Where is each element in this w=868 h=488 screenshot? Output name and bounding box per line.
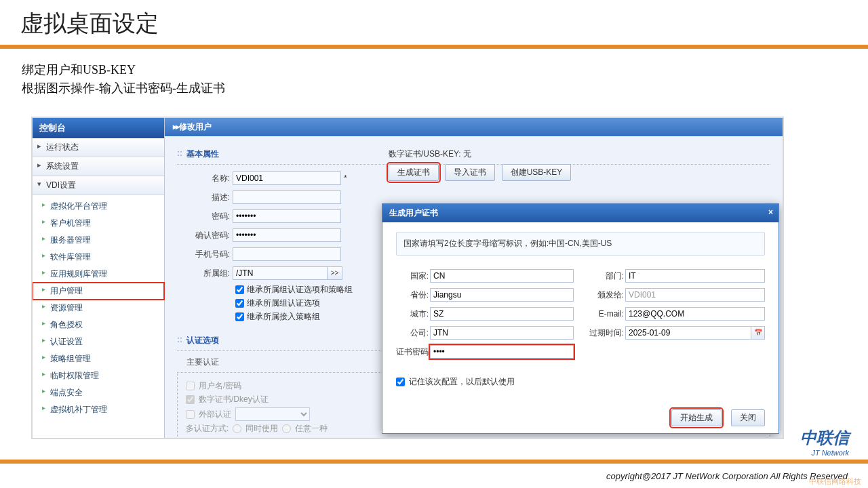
label-pwd: 密码: <box>177 211 233 222</box>
chk-remember[interactable] <box>396 378 405 386</box>
radio-both <box>233 424 241 433</box>
input-pwd2[interactable] <box>233 228 341 242</box>
input-name[interactable] <box>233 171 341 185</box>
lbl-email: E-mail: <box>587 309 625 319</box>
remember-label: 记住该次配置，以后默认使用 <box>409 376 515 388</box>
tree-item-softlib[interactable]: 软件库管理 <box>33 249 164 266</box>
tree-item-resource[interactable]: 资源管理 <box>33 300 164 317</box>
in-city[interactable] <box>430 307 574 321</box>
in-certpwd[interactable] <box>430 345 574 359</box>
create-usbkey-button[interactable]: 创建USB-KEY <box>502 164 572 181</box>
start-gen-button[interactable]: 开始生成 <box>671 409 722 426</box>
lbl-city: 城市: <box>396 308 430 320</box>
auth-opt-3: 外部认证 <box>199 409 231 420</box>
multi-auth-label: 多认证方式: <box>186 423 229 434</box>
tree-item-client[interactable]: 客户机管理 <box>33 215 164 232</box>
tree-item-role[interactable]: 角色授权 <box>33 317 164 333</box>
label-pwd2: 确认密码: <box>177 230 233 241</box>
dialog-hint: 国家请填写2位长度字母缩写标识，例如:中国-CN,美国-US <box>396 232 765 256</box>
tree-item-server[interactable]: 服务器管理 <box>33 232 164 249</box>
multi-opt-1: 同时使用 <box>245 423 278 434</box>
chk-inherit-3-label: 继承所属接入策略组 <box>247 311 320 323</box>
sidebar-tree: 虚拟化平台管理 客户机管理 服务器管理 软件库管理 应用规则库管理 用户管理 资… <box>33 195 164 438</box>
gen-cert-button[interactable]: 生成证书 <box>389 164 439 181</box>
cert-value: 无 <box>463 149 471 159</box>
logo-en: JT Network <box>800 449 849 457</box>
auth-opt-2: 数字证书/Dkey认证 <box>199 394 269 405</box>
multi-opt-2: 任意一种 <box>295 423 328 434</box>
input-group[interactable] <box>233 266 328 280</box>
in-email[interactable] <box>625 307 765 321</box>
chk-auth-ext <box>186 410 195 419</box>
cert-area: 数字证书/USB-KEY: 无 生成证书 导入证书 创建USB-KEY <box>389 148 575 181</box>
acc-vdi-settings[interactable]: VDI设置 <box>33 176 164 195</box>
close-button[interactable]: 关闭 <box>731 409 765 426</box>
gen-cert-dialog: 生成用户证书 × 国家请填写2位长度字母缩写标识，例如:中国-CN,美国-US … <box>382 203 779 434</box>
desc-line-2: 根据图示操作-输入证书密码-生成证书 <box>22 79 846 98</box>
chk-inherit-1-label: 继承所属组认证选项和策略组 <box>247 284 353 296</box>
lbl-country: 国家: <box>396 270 430 282</box>
logo-cn: 中联信 <box>800 427 849 449</box>
acc-running-status[interactable]: 运行状态 <box>33 138 164 157</box>
tree-item-user-mgmt[interactable]: 用户管理 <box>33 283 164 300</box>
label-phone: 手机号码: <box>177 249 233 260</box>
select-ext-auth <box>235 407 310 421</box>
tree-item-policy[interactable]: 策略组管理 <box>33 350 164 367</box>
lbl-certpwd: 证书密码: <box>396 346 430 358</box>
import-cert-button[interactable]: 导入证书 <box>445 164 495 181</box>
chk-auth-cert <box>186 395 195 404</box>
dialog-close-icon[interactable]: × <box>768 207 773 217</box>
auth-opt-1: 用户名/密码 <box>199 380 241 392</box>
desc-line-1: 绑定用户和USB-KEY <box>22 61 846 79</box>
main-panel: 修改用户 基本属性 名称: * 描述: 密码: 确认密码: <box>165 118 783 438</box>
lbl-expire: 过期时间: <box>587 327 625 339</box>
input-phone[interactable] <box>233 247 341 261</box>
tree-item-patch[interactable]: 虚拟机补丁管理 <box>33 401 164 418</box>
in-province[interactable] <box>430 288 574 302</box>
in-dept[interactable] <box>625 269 765 283</box>
label-name: 名称: <box>177 173 233 184</box>
input-pwd[interactable] <box>233 209 341 223</box>
lbl-company: 公司: <box>396 327 430 339</box>
calendar-icon[interactable]: 📅 <box>751 326 765 340</box>
group-browse-button[interactable]: >> <box>328 266 342 280</box>
slide-description: 绑定用户和USB-KEY 根据图示操作-输入证书密码-生成证书 <box>0 49 868 100</box>
logo: 中联信 JT Network <box>800 427 849 457</box>
main-header: 修改用户 <box>165 118 783 136</box>
chk-inherit-2-label: 继承所属组认证选项 <box>247 298 320 309</box>
tree-item-temp-perm[interactable]: 临时权限管理 <box>33 367 164 384</box>
tree-item-endpoint[interactable]: 端点安全 <box>33 384 164 401</box>
dialog-title: 生成用户证书 × <box>382 204 778 222</box>
lbl-dept: 部门: <box>587 270 625 282</box>
tree-item-rulelib[interactable]: 应用规则库管理 <box>33 266 164 283</box>
in-company[interactable] <box>430 326 574 340</box>
radio-any <box>282 424 291 433</box>
required-mark: * <box>344 174 347 183</box>
in-country[interactable] <box>430 269 574 283</box>
in-issued <box>625 288 765 302</box>
chk-inherit-2[interactable] <box>235 299 244 308</box>
cert-label: 数字证书/USB-KEY: <box>389 149 461 159</box>
sidebar-header: 控制台 <box>33 118 164 138</box>
chk-inherit-1[interactable] <box>235 285 244 294</box>
tree-item-auth-settings[interactable]: 认证设置 <box>33 333 164 350</box>
label-group: 所属组: <box>177 268 233 279</box>
chk-auth-userpass <box>186 382 195 390</box>
slide-title: 虚拟桌面设定 <box>0 0 868 45</box>
chk-inherit-3[interactable] <box>235 312 244 321</box>
lbl-issued: 颁发给: <box>587 289 625 301</box>
watermark: 中联信网络科技 <box>809 476 861 487</box>
lbl-province: 省份: <box>396 289 430 301</box>
sidebar: 控制台 运行状态 系统设置 VDI设置 虚拟化平台管理 客户机管理 服务器管理 … <box>33 118 165 438</box>
app-screenshot: 控制台 运行状态 系统设置 VDI设置 虚拟化平台管理 客户机管理 服务器管理 … <box>31 117 784 439</box>
tree-item-platform[interactable]: 虚拟化平台管理 <box>33 198 164 215</box>
acc-system-settings[interactable]: 系统设置 <box>33 157 164 176</box>
input-desc[interactable] <box>233 190 341 204</box>
divider-bottom <box>0 460 868 464</box>
label-desc: 描述: <box>177 192 233 203</box>
in-expire[interactable] <box>625 326 751 340</box>
